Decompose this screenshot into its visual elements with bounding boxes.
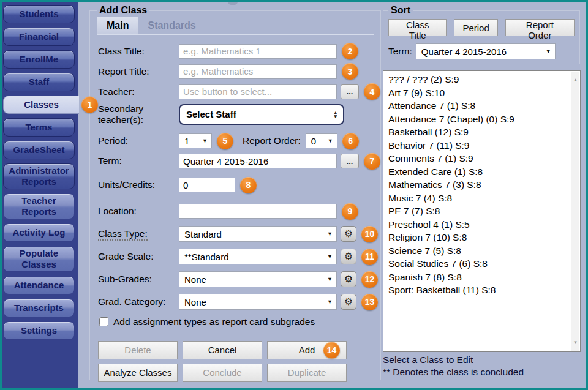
grad-category-label: Grad. Category: [98, 296, 179, 307]
field-row-term: Term: ... 7 [98, 153, 380, 170]
select-teacher-button[interactable]: ... [341, 84, 359, 99]
class-list-item[interactable]: Social Studies 7 (6) S:8 [388, 257, 569, 271]
class-list-item[interactable]: PE 7 (7) S:8 [388, 204, 569, 218]
units-input[interactable] [179, 178, 235, 192]
subgrades-checkbox[interactable] [99, 317, 108, 326]
scrollbar[interactable]: ▲ ▼ [571, 72, 579, 351]
sidebar-item[interactable]: Administrator Reports [3, 163, 75, 189]
class-type-value: Standard [184, 229, 222, 239]
field-row-class-type: Class Type: Standard ▼ ⚙ 10 [98, 226, 380, 242]
sidebar-item-label: Teacher Reports [6, 195, 72, 217]
sub-grades-settings-button[interactable]: ⚙ [341, 271, 356, 287]
sidebar-item-label: Populate Classes [6, 248, 72, 270]
class-list-item[interactable]: ??? / ??? (2) S:9 [388, 73, 569, 86]
grad-category-value: None [184, 297, 206, 307]
period-label: Period: [98, 135, 179, 146]
location-input[interactable] [179, 204, 337, 219]
class-list-item[interactable]: Basketball (12) S:9 [388, 126, 569, 139]
select-term-button[interactable]: ... [341, 154, 359, 168]
class-list-item[interactable]: Behavior 7 (11) S:9 [388, 139, 569, 152]
sidebar-item-label: EnrollMe [20, 54, 58, 65]
sidebar-item[interactable]: EnrollMe [3, 50, 75, 69]
sort-term-select[interactable]: Quarter 4 2015-2016 ▼ [416, 43, 556, 59]
sort-title: Sort [388, 5, 413, 16]
term-input[interactable] [179, 154, 337, 168]
class-type-settings-button[interactable]: ⚙ [341, 226, 356, 242]
grade-scale-settings-button[interactable]: ⚙ [341, 249, 356, 264]
report-order-select[interactable]: 0 ▼ [306, 133, 337, 148]
tab-standards[interactable]: Standards [138, 17, 205, 34]
grad-category-settings-button[interactable]: ⚙ [341, 294, 356, 310]
sidebar-item[interactable]: Populate Classes [3, 246, 75, 272]
sort-button[interactable]: Report Order [505, 19, 575, 36]
class-type-select[interactable]: Standard ▼ [179, 226, 337, 242]
class-list-item[interactable]: Extended Care (1) S:8 [388, 165, 569, 179]
form-button-label: Conclude [203, 367, 241, 378]
sidebar-item-label: GradeSheet [13, 144, 64, 156]
sidebar-item[interactable]: Transcripts [3, 299, 75, 317]
scroll-down-icon[interactable]: ▼ [573, 336, 578, 350]
form-button[interactable]: Add 14 [267, 341, 347, 359]
dropdown-arrow-icon: ▼ [327, 253, 333, 260]
grade-scale-select[interactable]: **Standard ▼ [179, 249, 337, 264]
field-row-grad-category: Grad. Category: None ▼ ⚙ 13 [98, 294, 380, 310]
form-button[interactable]: Cancel [183, 341, 262, 359]
sub-grades-value: None [184, 274, 206, 285]
form-button[interactable]: Conclude [183, 364, 262, 382]
step-badge: 2 [342, 43, 358, 59]
class-list-item[interactable]: Attendance 7 (1) S:8 [388, 99, 569, 113]
period-select[interactable]: 1 ▼ [179, 133, 212, 148]
class-title-input[interactable] [179, 44, 337, 59]
secondary-teacher-select[interactable]: Select Staff ▴ ▾ [179, 104, 344, 125]
class-list-item[interactable]: Science 7 (5) S:8 [388, 244, 569, 258]
add-class-form: Class Title: 2 Report Title: 3 Teacher: … [97, 34, 380, 382]
sidebar-item[interactable]: Financial [3, 28, 75, 46]
sidebar-item[interactable]: Settings [3, 321, 75, 340]
class-list-item[interactable]: Music 7 (4) S:8 [388, 192, 569, 205]
sidebar-item[interactable]: Attendance [3, 276, 75, 294]
class-list-item[interactable]: Religion 7 (10) S:8 [388, 231, 569, 244]
form-button[interactable]: Duplicate [267, 364, 347, 382]
sidebar-item[interactable]: Staff [3, 73, 75, 91]
step-badge: 13 [361, 294, 378, 310]
field-row-class-title: Class Title: 2 [98, 43, 380, 59]
class-list[interactable]: ▲ ▼ ??? / ??? (2) S:9 Art 7 (9) S:10 Att… [383, 70, 581, 352]
subgrades-checkbox-row: Add assignment types as report card subg… [99, 317, 380, 328]
sidebar-item[interactable]: Terms [3, 118, 75, 137]
class-list-item[interactable]: Preschool 4 (1) S:5 [388, 218, 569, 231]
step-badge: 4 [364, 83, 380, 100]
sidebar-item[interactable]: Students [3, 5, 75, 23]
tab-main[interactable]: Main [97, 17, 138, 34]
class-list-item[interactable]: Attendance 7 (Chapel) (0) S:9 [388, 113, 569, 126]
class-title-label: Class Title: [98, 46, 179, 57]
sub-grades-label: Sub-Grades: [98, 274, 179, 285]
teacher-label: Teacher: [98, 86, 179, 97]
form-button-label: Delete [124, 345, 151, 355]
form-button[interactable]: Analyze Classes [98, 364, 178, 382]
sidebar-item[interactable]: Classes 1 [3, 96, 79, 114]
sidebar-item[interactable]: Activity Log [3, 223, 75, 242]
class-list-item[interactable]: Mathematics 7 (3) S:8 [388, 178, 569, 192]
class-list-item[interactable]: Sport: Basketball (11) S:8 [388, 283, 569, 297]
class-list-item[interactable]: Comments 7 (1) S:9 [388, 152, 569, 165]
form-button[interactable]: Delete [98, 341, 178, 359]
subgrades-checkbox-label: Add assignment types as report card subg… [113, 317, 315, 328]
sidebar-item[interactable]: Teacher Reports [3, 193, 75, 219]
teacher-input[interactable] [179, 84, 337, 99]
grad-category-select[interactable]: None ▼ [179, 294, 337, 310]
sort-button[interactable]: Class Title [388, 19, 447, 36]
scroll-up-icon[interactable]: ▲ [573, 73, 578, 87]
step-badge: 14 [323, 342, 340, 358]
class-list-item[interactable]: Spanish 7 (8) S:8 [388, 271, 569, 284]
field-row-sub-grades: Sub-Grades: None ▼ ⚙ 12 [98, 271, 380, 288]
tab-bar: Main Standards [97, 17, 374, 34]
main-area: Add Class Main Standards Class Title: 2 … [78, 2, 586, 388]
sidebar-item[interactable]: GradeSheet [3, 141, 75, 159]
report-title-input[interactable] [179, 64, 337, 79]
class-list-item[interactable]: Art 7 (9) S:10 [388, 86, 569, 100]
secondary-teacher-label: Secondary teacher(s): [98, 103, 179, 126]
form-button-label: Cancel [208, 345, 237, 355]
sort-panel: Sort Class Title Period Report Order Ter… [383, 5, 580, 64]
sort-button[interactable]: Period [454, 19, 497, 36]
sub-grades-select[interactable]: None ▼ [179, 271, 337, 287]
